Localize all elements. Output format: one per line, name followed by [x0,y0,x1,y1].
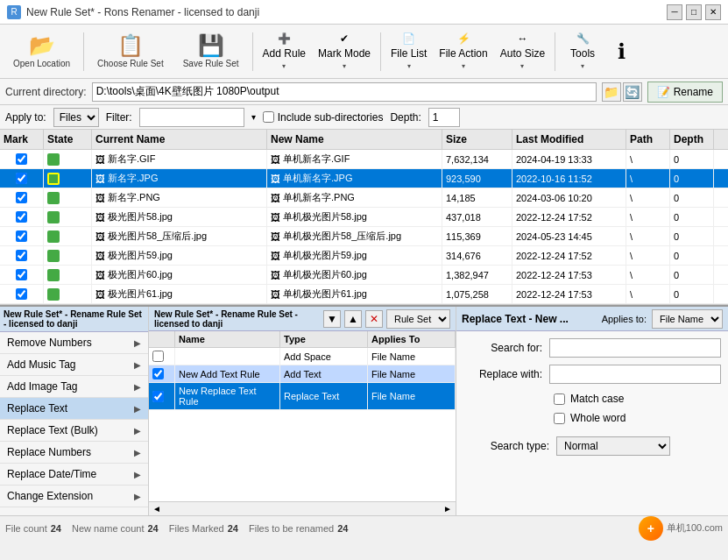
col-current-name[interactable]: Current Name [92,130,267,149]
right-panel-header: Replace Text - New ... Applies to: File … [456,307,728,331]
open-location-label: Open Location [13,59,70,68]
remove-numbers-label: Remove Numbers [7,337,92,349]
rule-checkbox[interactable] [152,351,164,362]
middle-table-body: Add Space File Name New Add Text Rule Ad… [149,348,456,501]
rule-set-select[interactable]: Rule Set [386,309,450,329]
status-logo: + 单机100.com [639,516,723,541]
table-row[interactable]: 🖼极光图片61.jpg 🖼单机极光图片61.jpg 1,075,258 2022… [0,285,728,304]
row-checkbox[interactable] [16,250,27,261]
row-checkbox[interactable] [16,288,27,300]
minimize-button[interactable]: ─ [667,4,682,20]
row-checkbox[interactable] [16,173,27,184]
mid-col-name: Name [175,331,280,347]
col-depth[interactable]: Depth [670,130,714,149]
sidebar-item-replace-numbers[interactable]: Replace Numbers ▶ [0,442,148,464]
replace-text-label: Replace Text [7,402,67,415]
col-last-modified[interactable]: Last Modified [512,130,626,149]
mark-mode-arrow-icon: ▾ [343,62,346,70]
table-row[interactable]: 🖼新名字.GIF 🖼单机新名字.GIF 7,632,134 2024-04-19… [0,150,728,169]
sidebar-item-replace-text-bulk[interactable]: Replace Text (Bulk) ▶ [0,420,148,442]
list-item[interactable]: New Add Text Rule Add Text File Name [149,365,456,383]
toolbar-auto-size[interactable]: ↔ Auto Size ▾ [496,28,549,74]
tools-label: Tools [570,47,595,60]
row-checkbox[interactable] [16,230,27,242]
move-down-button[interactable]: ▼ [323,310,341,328]
table-row[interactable]: 🖼极光图片59.jpg 🖼单机极光图片59.jpg 314,676 2022-1… [0,246,728,266]
file-icon: 🖼 [95,289,105,300]
rule-checkbox[interactable] [152,368,164,379]
table-row[interactable]: 🖼新名字.PNG 🖼单机新名字.PNG 14,185 2024-03-06 10… [0,188,728,208]
search-type-select[interactable]: Normal Regular Expression Wildcards [556,436,670,456]
separator-1 [83,32,84,71]
mid-col-type: Type [280,331,368,347]
table-row[interactable]: 🖼新名字.JPG 🖼单机新名字.JPG 923,590 2022-10-16 1… [0,169,728,188]
toolbar-save-rule-set[interactable]: 💾 Save Rule Set [175,31,247,73]
move-up-button[interactable]: ▲ [344,310,362,328]
toolbar-choose-rule-set[interactable]: 📋 Choose Rule Set [89,31,172,73]
search-for-row: Search for: [463,338,721,358]
file-icon: 🖼 [95,193,105,203]
sidebar-item-change-extension[interactable]: Change Extension ▶ [0,486,148,507]
search-for-input[interactable] [549,338,721,358]
sidebar-item-add-image-tag[interactable]: Add Image Tag ▶ [0,376,148,398]
file-icon: 🖼 [271,231,280,242]
file-action-arrow-icon: ▾ [462,62,465,70]
toolbar-mark-mode[interactable]: ✔ Mark Mode ▾ [314,28,375,74]
middle-panel: New Rule Set* - Rename Rule Set - licens… [149,307,456,515]
mark-mode-icon: ✔ [340,32,349,45]
col-new-name[interactable]: New Name [267,130,442,149]
replace-with-input[interactable] [549,365,721,384]
close-button[interactable]: ✕ [705,4,721,20]
col-state[interactable]: State [44,130,92,149]
toolbar-info[interactable]: ℹ [608,37,634,67]
separator-3 [380,32,381,71]
file-icon: 🖼 [95,174,105,184]
toolbar-tools[interactable]: 🔧 Tools ▾ [561,28,604,74]
files-marked-label: Files Marked [169,523,224,534]
row-checkbox[interactable] [16,153,27,165]
applies-to-select[interactable]: File Name Directory Both [652,309,723,329]
include-sub-checkbox[interactable] [263,111,274,123]
table-row[interactable]: 🖼极光图片58.jpg 🖼单机极光图片58.jpg 437,018 2022-1… [0,208,728,227]
depth-input[interactable] [428,108,460,127]
browse-folder-button[interactable]: 📁 [602,82,621,102]
list-item[interactable]: New Replace Text Rule Replace Text File … [149,383,456,410]
sidebar-item-remove-numbers[interactable]: Remove Numbers ▶ [0,332,148,354]
match-case-checkbox[interactable] [554,393,565,405]
rename-button[interactable]: 📝 Rename [647,82,723,103]
scroll-right-icon[interactable]: ► [440,504,456,514]
sidebar-item-add-music-tag[interactable]: Add Music Tag ▶ [0,354,148,376]
scroll-left-icon[interactable]: ◄ [149,504,165,514]
toolbar-add-rule[interactable]: ➕ Add Rule ▾ [258,28,310,74]
add-rule-arrow-icon: ▾ [282,62,286,70]
row-checkbox[interactable] [16,269,27,280]
sidebar-item-replace-datetime[interactable]: Replace Date/Time ▶ [0,464,148,486]
bottom-area: New Rule Set* - Rename Rule Set - licens… [0,305,728,515]
logo-plus-icon: + [647,521,654,535]
row-checkbox[interactable] [16,211,27,223]
apply-to-select[interactable]: Files [53,108,99,127]
col-size[interactable]: Size [442,130,512,149]
table-row[interactable]: 🖼极光图片58_压缩后.jpg 🖼单机极光图片58_压缩后.jpg 115,36… [0,227,728,246]
filter-arrow-icon[interactable]: ▾ [251,112,256,122]
refresh-button[interactable]: 🔄 [623,82,642,102]
maximize-button[interactable]: □ [686,4,702,20]
sidebar-item-replace-text[interactable]: Replace Text ▶ [0,398,148,420]
app-icon: R [7,5,21,19]
toolbar-open-location[interactable]: 📂 Open Location [5,31,78,73]
file-icon: 🖼 [95,154,105,165]
delete-rule-button[interactable]: ✕ [365,310,383,328]
filter-input[interactable] [139,108,244,127]
toolbar-file-action[interactable]: ⚡ File Action ▾ [435,28,491,74]
list-item[interactable]: Add Space File Name [149,348,456,365]
auto-size-icon: ↔ [517,32,527,45]
directory-path-input[interactable] [92,82,597,102]
col-mark[interactable]: Mark [0,130,44,149]
horizontal-scrollbar[interactable]: ◄ ► [149,501,456,515]
col-path[interactable]: Path [626,130,670,149]
toolbar-file-list[interactable]: 📄 File List ▾ [386,28,431,74]
rule-checkbox[interactable] [152,391,164,402]
row-checkbox[interactable] [16,192,27,203]
whole-word-checkbox[interactable] [554,413,565,424]
table-row[interactable]: 🖼极光图片60.jpg 🖼单机极光图片60.jpg 1,382,947 2022… [0,266,728,285]
